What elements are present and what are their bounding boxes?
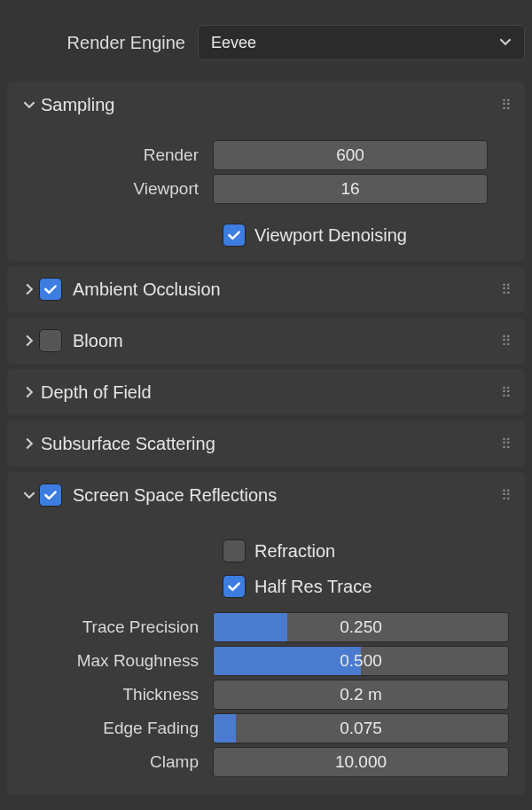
ssr-checkbox[interactable] (39, 484, 62, 507)
ambient-occlusion-title: Ambient Occlusion (71, 279, 501, 300)
render-engine-dropdown[interactable]: Eevee (198, 25, 525, 60)
drag-grip-icon[interactable]: ⠿ (501, 436, 512, 452)
render-engine-label: Render Engine (7, 33, 198, 53)
ssr-header[interactable]: Screen Space Reflections ⠿ (7, 472, 525, 518)
bloom-title: Bloom (71, 331, 501, 351)
dof-title: Depth of Field (39, 382, 501, 403)
half-res-trace-label: Half Res Trace (254, 577, 372, 597)
ambient-occlusion-checkbox[interactable] (39, 278, 62, 301)
drag-grip-icon[interactable]: ⠿ (501, 384, 512, 401)
trace-precision-field[interactable]: 0.250 (213, 612, 509, 642)
chevron-right-icon (20, 437, 39, 450)
thickness-label: Thickness (23, 685, 209, 704)
render-engine-value: Eevee (211, 34, 256, 52)
render-samples-field[interactable]: 600 (213, 140, 488, 170)
ssr-panel: Screen Space Reflections ⠿ Refraction Ha… (7, 472, 525, 795)
chevron-right-icon (20, 386, 39, 398)
sss-header[interactable]: Subsurface Scattering ⠿ (7, 421, 525, 467)
clamp-field[interactable]: 10.000 (213, 747, 509, 777)
sss-panel: Subsurface Scattering ⠿ (7, 421, 525, 467)
sampling-panel: Sampling ⠿ Render 600 Viewport 16 Viewpo (7, 82, 525, 261)
drag-grip-icon[interactable]: ⠿ (501, 97, 512, 114)
viewport-samples-label: Viewport (23, 179, 209, 199)
edge-fading-field[interactable]: 0.075 (213, 713, 509, 743)
ssr-title: Screen Space Reflections (71, 485, 501, 506)
edge-fading-label: Edge Fading (23, 719, 209, 738)
refraction-checkbox[interactable] (223, 539, 246, 562)
bloom-panel: Bloom ⠿ (7, 318, 525, 364)
half-res-trace-checkbox[interactable] (223, 575, 246, 598)
ambient-occlusion-header[interactable]: Ambient Occlusion ⠿ (7, 266, 525, 312)
trace-precision-label: Trace Precision (23, 617, 209, 637)
bloom-header[interactable]: Bloom ⠿ (7, 318, 525, 364)
chevron-down-icon (20, 98, 39, 111)
drag-grip-icon[interactable]: ⠿ (501, 487, 512, 504)
drag-grip-icon[interactable]: ⠿ (501, 333, 512, 350)
ambient-occlusion-panel: Ambient Occlusion ⠿ (7, 266, 525, 312)
max-roughness-label: Max Roughness (23, 651, 209, 671)
sss-title: Subsurface Scattering (39, 434, 501, 454)
chevron-right-icon (20, 334, 39, 347)
viewport-samples-field[interactable]: 16 (213, 174, 488, 204)
drag-grip-icon[interactable]: ⠿ (501, 281, 512, 298)
max-roughness-field[interactable]: 0.500 (213, 646, 509, 676)
render-samples-label: Render (23, 145, 209, 165)
chevron-down-icon (499, 35, 512, 51)
sampling-header[interactable]: Sampling ⠿ (7, 82, 525, 128)
thickness-field[interactable]: 0.2 m (213, 680, 509, 710)
viewport-denoising-checkbox[interactable] (223, 224, 246, 247)
bloom-checkbox[interactable] (39, 329, 62, 352)
dof-panel: Depth of Field ⠿ (7, 369, 525, 415)
viewport-denoising-label: Viewport Denoising (254, 225, 407, 246)
clamp-label: Clamp (23, 752, 209, 772)
sampling-title: Sampling (39, 95, 501, 115)
dof-header[interactable]: Depth of Field ⠿ (7, 369, 525, 415)
chevron-right-icon (20, 283, 39, 295)
refraction-label: Refraction (254, 541, 335, 562)
chevron-down-icon (20, 489, 39, 501)
